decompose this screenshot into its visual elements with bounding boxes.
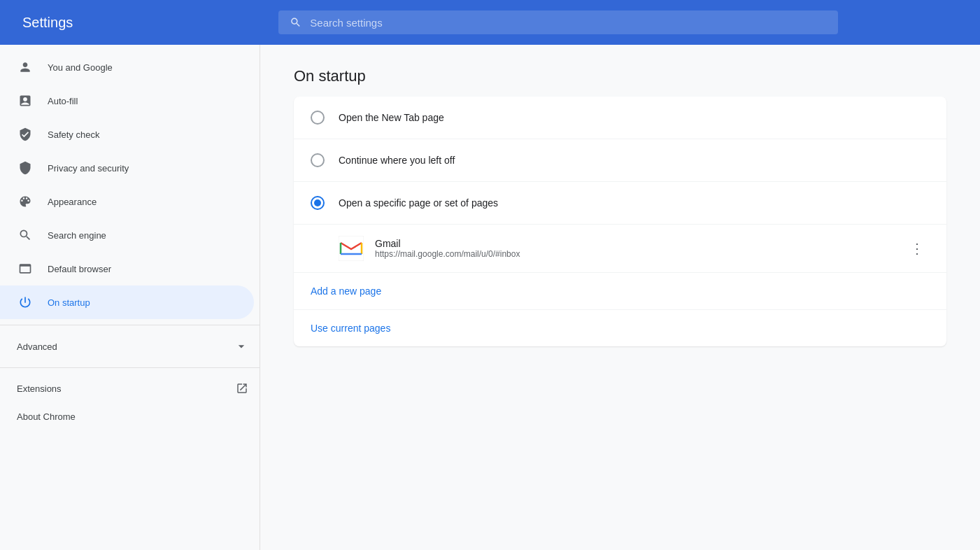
sidebar-item-label: Safety check	[48, 129, 99, 140]
gmail-name: Gmail	[375, 238, 893, 249]
on-startup-card: Open the New Tab page Continue where you…	[294, 97, 946, 346]
sidebar: You and Google Auto-fill Safety check Pr…	[0, 45, 260, 550]
search-input[interactable]	[310, 17, 827, 29]
sidebar-divider	[0, 325, 260, 325]
sidebar-advanced[interactable]: Advanced	[0, 331, 260, 362]
option-continue-label: Continue where you left off	[339, 155, 455, 166]
sidebar-item-label: On startup	[48, 297, 90, 308]
gmail-url: https://mail.google.com/mail/u/0/#inbox	[375, 249, 893, 259]
gmail-entry: Gmail https://mail.google.com/mail/u/0/#…	[294, 225, 946, 273]
section-title: On startup	[294, 67, 946, 85]
layout: You and Google Auto-fill Safety check Pr…	[0, 45, 980, 550]
sidebar-item-label: Auto-fill	[48, 96, 78, 106]
radio-new-tab[interactable]	[311, 111, 325, 125]
sidebar-item-label: You and Google	[48, 62, 113, 73]
palette-icon	[17, 193, 34, 210]
gmail-icon	[339, 236, 364, 261]
external-link-icon	[236, 382, 248, 395]
person-icon	[17, 59, 34, 76]
about-chrome-label: About Chrome	[17, 411, 76, 422]
sidebar-extensions[interactable]: Extensions	[0, 374, 260, 403]
chevron-down-icon	[234, 339, 248, 353]
sidebar-item-safety-check[interactable]: Safety check	[0, 118, 254, 151]
add-new-page-link[interactable]: Add a new page	[294, 273, 946, 310]
sidebar-item-on-startup[interactable]: On startup	[0, 285, 254, 319]
sidebar-item-label: Default browser	[48, 264, 111, 274]
sidebar-item-autofill[interactable]: Auto-fill	[0, 84, 254, 118]
sidebar-item-default-browser[interactable]: Default browser	[0, 252, 254, 285]
sidebar-item-label: Search engine	[48, 230, 106, 241]
search-icon	[290, 16, 301, 29]
shield-check-icon	[17, 126, 34, 143]
radio-specific-page[interactable]	[311, 196, 325, 210]
sidebar-item-you-and-google[interactable]: You and Google	[0, 50, 254, 84]
search-engine-icon	[17, 227, 34, 244]
option-specific-page-label: Open a specific page or set of pages	[339, 197, 498, 209]
sidebar-about-chrome[interactable]: About Chrome	[0, 403, 260, 430]
shield-icon	[17, 160, 34, 176]
sidebar-divider-2	[0, 367, 260, 368]
option-continue[interactable]: Continue where you left off	[294, 139, 946, 182]
browser-icon	[17, 260, 34, 277]
extensions-label: Extensions	[17, 383, 62, 394]
sidebar-item-appearance[interactable]: Appearance	[0, 185, 254, 218]
use-current-pages-link[interactable]: Use current pages	[294, 310, 946, 346]
option-new-tab[interactable]: Open the New Tab page	[294, 97, 946, 139]
gmail-more-button[interactable]: ⋮	[904, 237, 930, 260]
advanced-label: Advanced	[17, 341, 229, 352]
sidebar-item-privacy-security[interactable]: Privacy and security	[0, 151, 254, 185]
gmail-info: Gmail https://mail.google.com/mail/u/0/#…	[375, 238, 893, 259]
search-bar[interactable]	[278, 10, 838, 34]
main-content: On startup Open the New Tab page Continu…	[260, 45, 980, 550]
option-new-tab-label: Open the New Tab page	[339, 112, 444, 123]
sidebar-item-label: Appearance	[48, 197, 97, 207]
header: Settings	[0, 0, 980, 45]
radio-continue[interactable]	[311, 153, 325, 167]
settings-title: Settings	[11, 15, 270, 31]
option-specific-page[interactable]: Open a specific page or set of pages	[294, 182, 946, 225]
power-icon	[17, 294, 34, 311]
sidebar-item-search-engine[interactable]: Search engine	[0, 218, 254, 252]
sidebar-item-label: Privacy and security	[48, 163, 129, 174]
autofill-icon	[17, 92, 34, 109]
